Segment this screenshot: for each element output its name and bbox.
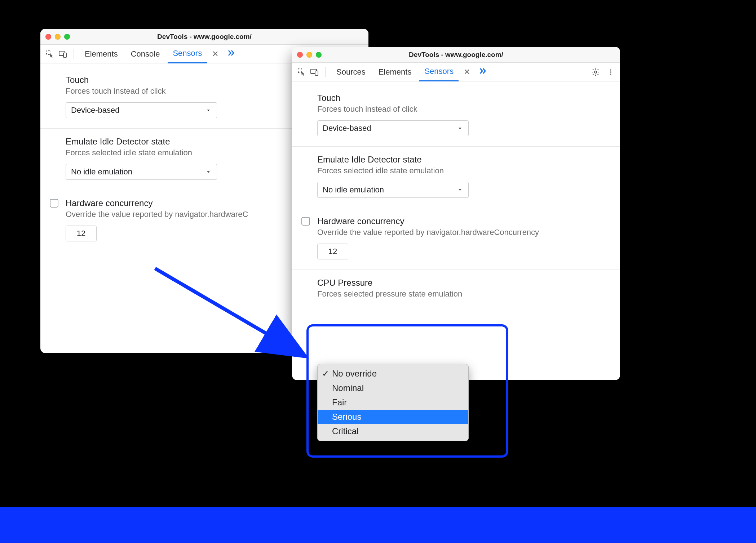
kebab-menu-icon[interactable] xyxy=(606,67,616,77)
tab-sensors[interactable]: Sensors xyxy=(419,63,459,81)
minimize-window-button[interactable] xyxy=(55,34,61,40)
close-window-button[interactable] xyxy=(45,34,51,40)
touch-select[interactable]: Device-based xyxy=(317,120,469,136)
right-tools xyxy=(591,67,616,77)
tab-console[interactable]: Console xyxy=(126,45,165,63)
tab-elements[interactable]: Elements xyxy=(80,45,123,63)
minimize-window-button[interactable] xyxy=(306,52,312,58)
svg-point-7 xyxy=(610,69,611,70)
titlebar: DevTools - www.google.com/ xyxy=(40,29,368,45)
touch-select-value: Device-based xyxy=(323,124,371,133)
section-hardware-concurrency: Hardware concurrency Override the value … xyxy=(292,208,620,270)
idle-select-value: No idle emulation xyxy=(323,185,384,195)
svg-rect-0 xyxy=(47,51,50,54)
hc-value-input[interactable]: 12 xyxy=(317,244,348,259)
device-toggle-icon[interactable] xyxy=(58,49,68,59)
close-tab-icon[interactable]: ✕ xyxy=(210,49,221,59)
window-title: DevTools - www.google.com/ xyxy=(292,51,620,59)
hc-checkbox[interactable] xyxy=(301,217,310,226)
dropdown-option-fair[interactable]: Fair xyxy=(318,395,468,410)
device-toggle-icon[interactable] xyxy=(309,67,319,77)
maximize-window-button[interactable] xyxy=(316,52,322,58)
devtools-window-right: DevTools - www.google.com/ Sources Eleme… xyxy=(292,47,620,380)
traffic-lights xyxy=(45,34,70,40)
gear-icon[interactable] xyxy=(591,67,601,77)
tabbar: Sources Elements Sensors ✕ xyxy=(292,63,620,81)
dropdown-option-critical[interactable]: Critical xyxy=(318,424,468,439)
hc-value: 12 xyxy=(328,247,337,256)
tab-elements[interactable]: Elements xyxy=(373,63,417,81)
touch-select-value: Device-based xyxy=(71,106,120,115)
divider xyxy=(74,49,74,59)
svg-point-6 xyxy=(594,71,597,73)
idle-select[interactable]: No idle emulation xyxy=(317,182,469,198)
decorative-bottom-bar xyxy=(0,507,756,543)
titlebar: DevTools - www.google.com/ xyxy=(292,47,620,63)
cpu-title: CPU Pressure xyxy=(317,278,611,288)
tab-sensors[interactable]: Sensors xyxy=(168,45,207,63)
section-idle: Emulate Idle Detector state Forces selec… xyxy=(292,146,620,208)
cpu-pressure-dropdown[interactable]: No override Nominal Fair Serious Critica… xyxy=(317,364,469,441)
dropdown-option-no-override[interactable]: No override xyxy=(318,366,468,381)
annotation-arrow-icon xyxy=(151,265,314,366)
cpu-subtitle: Forces selected pressure state emulation xyxy=(317,289,611,299)
svg-line-11 xyxy=(155,268,303,355)
svg-rect-2 xyxy=(63,53,66,57)
touch-subtitle: Forces touch instead of click xyxy=(317,104,611,114)
traffic-lights xyxy=(297,52,322,58)
maximize-window-button[interactable] xyxy=(64,34,70,40)
chevron-down-icon xyxy=(205,107,212,114)
dropdown-option-serious[interactable]: Serious xyxy=(318,410,468,424)
touch-title: Touch xyxy=(317,93,611,103)
svg-point-8 xyxy=(610,71,611,72)
hc-title: Hardware concurrency xyxy=(317,216,611,226)
idle-select[interactable]: No idle emulation xyxy=(66,164,217,180)
chevron-down-icon xyxy=(457,187,463,193)
idle-subtitle: Forces selected idle state emulation xyxy=(317,166,611,175)
idle-title: Emulate Idle Detector state xyxy=(317,155,611,165)
close-window-button[interactable] xyxy=(297,52,303,58)
inspect-icon[interactable] xyxy=(45,49,55,59)
hc-value-input[interactable]: 12 xyxy=(66,226,97,241)
hc-value: 12 xyxy=(77,229,85,238)
more-tabs-icon[interactable] xyxy=(475,67,490,77)
chevron-down-icon xyxy=(457,125,463,132)
touch-select[interactable]: Device-based xyxy=(66,102,217,118)
divider xyxy=(325,67,326,77)
inspect-icon[interactable] xyxy=(296,67,306,77)
svg-point-9 xyxy=(610,74,611,75)
idle-select-value: No idle emulation xyxy=(71,167,132,177)
window-title: DevTools - www.google.com/ xyxy=(40,33,368,41)
dropdown-option-nominal[interactable]: Nominal xyxy=(318,381,468,395)
hc-checkbox[interactable] xyxy=(50,199,58,208)
hc-subtitle: Override the value reported by navigator… xyxy=(317,228,611,237)
chevron-down-icon xyxy=(205,169,212,175)
svg-rect-3 xyxy=(298,69,302,72)
section-touch: Touch Forces touch instead of click Devi… xyxy=(292,81,620,146)
tab-sources[interactable]: Sources xyxy=(331,63,371,81)
panel-body: Touch Forces touch instead of click Devi… xyxy=(292,81,620,380)
section-cpu-pressure: CPU Pressure Forces selected pressure st… xyxy=(292,270,620,327)
svg-rect-5 xyxy=(315,71,318,75)
more-tabs-icon[interactable] xyxy=(224,49,238,59)
close-tab-icon[interactable]: ✕ xyxy=(461,67,472,77)
